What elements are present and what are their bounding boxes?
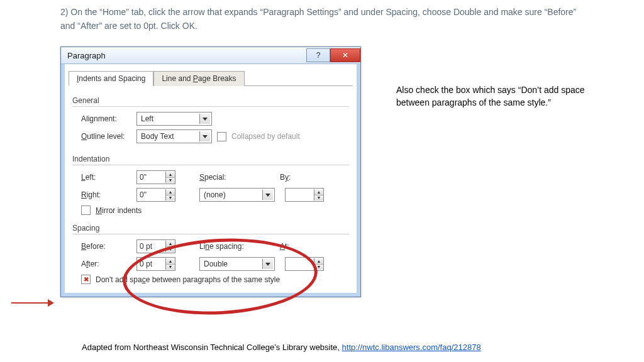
tab-indents-spacing[interactable]: Indents and Spacing <box>69 71 153 86</box>
noaddspace-checkbox[interactable]: ✖ <box>81 275 91 284</box>
help-button[interactable]: ? <box>306 48 330 62</box>
by-spin[interactable]: ▲▼ <box>285 188 324 202</box>
credit-link[interactable]: http://nwtc.libanswers.com/faq/212878 <box>342 343 481 352</box>
close-button[interactable]: ✕ <box>330 48 360 62</box>
before-label: Before: <box>81 242 131 251</box>
special-label: Special: <box>199 173 237 182</box>
section-general: General <box>72 96 349 107</box>
credit-line: Adapted from Northeast Wisconsin Technic… <box>82 343 481 352</box>
mirror-label: Mirror indents <box>96 206 142 215</box>
instruction-text: 2) On the “Home” tab, click the arrow th… <box>60 5 584 33</box>
alignment-label: Alignment: <box>81 114 131 123</box>
mirror-checkbox[interactable] <box>81 206 91 215</box>
outline-combo[interactable]: Body Text <box>136 129 212 143</box>
at-spin[interactable]: ▲▼ <box>285 257 324 271</box>
chevron-down-icon <box>262 259 273 269</box>
tab-line-page-breaks[interactable]: Line and Page Breaks <box>153 71 244 86</box>
by-label: By: <box>280 173 299 182</box>
left-label: Left: <box>81 173 131 182</box>
paragraph-dialog: Paragraph ? ✕ Indents and Spacing Line a… <box>60 47 361 297</box>
special-combo[interactable]: (none) <box>199 188 275 202</box>
annotation-arrow <box>11 302 53 304</box>
right-spin[interactable]: 0" ▲▼ <box>136 188 175 202</box>
collapsed-label: Collapsed by default <box>231 132 300 141</box>
linespacing-label: Line spacing: <box>199 242 252 251</box>
left-spin[interactable]: 0" ▲▼ <box>136 170 175 184</box>
after-label: After: <box>81 260 131 268</box>
alignment-combo[interactable]: Left <box>136 112 212 126</box>
section-spacing: Spacing <box>72 224 349 234</box>
linespacing-combo[interactable]: Double <box>199 257 275 271</box>
chevron-down-icon <box>199 131 210 141</box>
titlebar[interactable]: Paragraph ? ✕ <box>61 47 360 64</box>
before-spin[interactable]: 0 pt ▲▼ <box>136 239 175 253</box>
noaddspace-label: Don't add space between paragraphs of th… <box>96 275 280 284</box>
chevron-down-icon <box>199 114 210 124</box>
side-note: Also check the box which says “Don’t add… <box>396 84 597 109</box>
collapsed-checkbox <box>217 132 226 141</box>
at-label: At: <box>280 242 299 251</box>
chevron-down-icon <box>262 190 273 200</box>
right-label: Right: <box>81 190 131 199</box>
outline-label: Outline level: <box>81 132 131 141</box>
after-spin[interactable]: 0 pt ▲▼ <box>136 257 175 271</box>
section-indentation: Indentation <box>72 155 349 165</box>
dialog-title: Paragraph <box>67 51 106 60</box>
